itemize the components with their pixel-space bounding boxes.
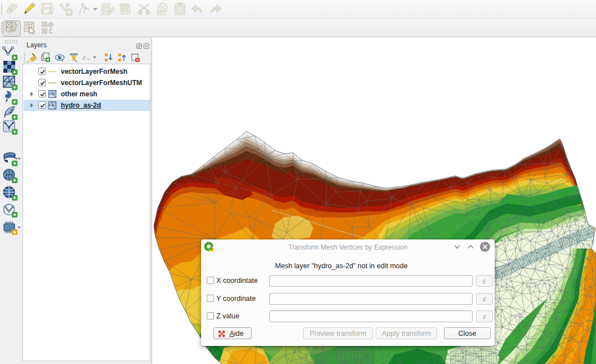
svg-text:WMS: WMS xyxy=(6,173,14,176)
svg-text:ε: ε xyxy=(83,53,86,61)
